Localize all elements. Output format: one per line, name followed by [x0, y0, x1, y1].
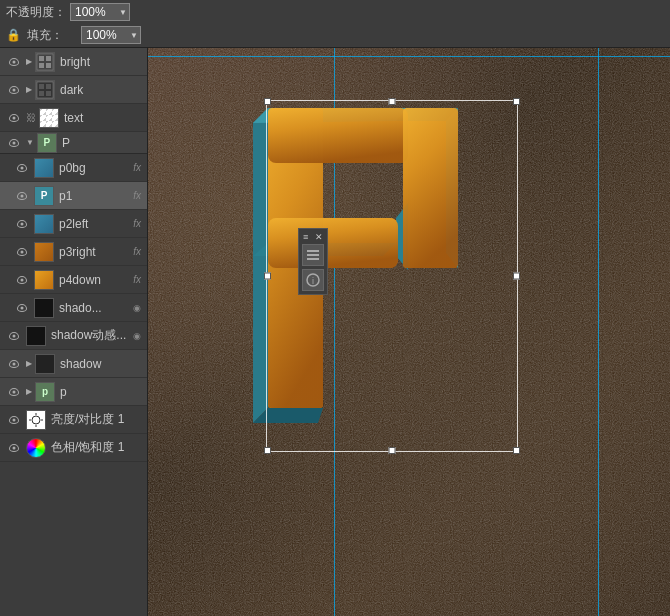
fill-value: 100%: [86, 28, 117, 42]
layer-name-shadow-group: shadow: [60, 357, 141, 371]
layer-p1[interactable]: P p1 fx: [0, 182, 147, 210]
layer-p-plain[interactable]: ▶ p p: [0, 378, 147, 406]
eye-indicator2: ◉: [133, 331, 141, 341]
thumb-p0bg: [34, 158, 54, 178]
fx-p2left: fx: [133, 218, 141, 229]
svg-rect-6: [39, 84, 44, 89]
layer-shadow-group[interactable]: ▶ shadow: [0, 350, 147, 378]
fx-p3right: fx: [133, 246, 141, 257]
triangle-shadow: ▶: [26, 359, 32, 368]
layer-p3right[interactable]: p3right fx: [0, 238, 147, 266]
eye-icon-p-plain[interactable]: [6, 384, 22, 400]
eye-indicator: ◉: [133, 303, 141, 313]
layer-p4down[interactable]: p4down fx: [0, 266, 147, 294]
thumb-shadow-thumb: [34, 298, 54, 318]
thumb-shadow-dong: [26, 326, 46, 346]
thumb-p-plain: p: [35, 382, 55, 402]
triangle-P: ▼: [26, 138, 34, 147]
svg-rect-31: [307, 250, 319, 252]
fx-p0bg: fx: [133, 162, 141, 173]
opacity-arrow: ▼: [119, 8, 127, 17]
layer-P-folder[interactable]: ▼ P P: [0, 132, 147, 154]
thumb-p3right: [34, 242, 54, 262]
layer-text[interactable]: ⛓ text: [0, 104, 147, 132]
layer-name-p0bg: p0bg: [59, 161, 131, 175]
svg-point-10: [32, 416, 40, 424]
layer-name-dark: dark: [60, 83, 141, 97]
layer-brightness[interactable]: 亮度/对比度 1: [0, 406, 147, 434]
opacity-label: 不透明度：: [6, 4, 66, 21]
fill-input[interactable]: 100% ▼: [81, 26, 141, 44]
top-toolbar: 不透明度： 100% ▼ 🔒 填充： 100% ▼: [0, 0, 670, 48]
thumb-P: P: [37, 133, 57, 153]
layer-dark[interactable]: ▶ dark: [0, 76, 147, 104]
triangle-bright: ▶: [26, 57, 32, 66]
triangle-dark: ▶: [26, 85, 32, 94]
opacity-value: 100%: [75, 5, 106, 19]
svg-rect-2: [46, 56, 51, 61]
eye-icon-p1[interactable]: [14, 188, 30, 204]
guide-horizontal-1: [148, 56, 670, 57]
svg-rect-9: [46, 91, 51, 96]
layer-hue-sat[interactable]: 色相/饱和度 1: [0, 434, 147, 462]
svg-rect-30: [403, 108, 458, 268]
opacity-input[interactable]: 100% ▼: [70, 3, 130, 21]
eye-icon-P[interactable]: [6, 135, 22, 151]
opacity-row: 不透明度： 100% ▼: [0, 1, 670, 24]
layer-name-text: text: [64, 111, 141, 125]
layer-name-p1: p1: [59, 189, 131, 203]
mini-panel-close[interactable]: ✕: [315, 232, 323, 242]
thumb-p1: P: [34, 186, 54, 206]
layer-shadow-dong[interactable]: shadow动感... ◉: [0, 322, 147, 350]
eye-icon-bright[interactable]: [6, 54, 22, 70]
svg-rect-4: [46, 63, 51, 68]
eye-icon-brightness[interactable]: [6, 412, 22, 428]
eye-icon-hue-sat[interactable]: [6, 440, 22, 456]
layer-name-bright: bright: [60, 55, 141, 69]
layer-name-p3right: p3right: [59, 245, 131, 259]
fx-p4down: fx: [133, 274, 141, 285]
thumb-brightness: [26, 410, 46, 430]
letter-p-svg: [248, 88, 528, 468]
mini-panel-move[interactable]: ≡: [303, 232, 308, 242]
eye-icon-text[interactable]: [6, 110, 22, 126]
eye-icon-shadow-dong[interactable]: [6, 328, 22, 344]
thumb-text: [39, 108, 59, 128]
canvas-area: ≡ ✕ i: [148, 48, 670, 616]
layer-name-p-plain: p: [60, 385, 141, 399]
thumb-bright: [35, 52, 55, 72]
fx-p1: fx: [133, 190, 141, 201]
layer-name-p2left: p2left: [59, 217, 131, 231]
eye-icon-shadow-group[interactable]: [6, 356, 22, 372]
thumb-dark: [35, 80, 55, 100]
layer-name-hue-sat: 色相/饱和度 1: [51, 439, 141, 456]
eye-icon-p2left[interactable]: [14, 216, 30, 232]
svg-rect-33: [307, 258, 319, 260]
svg-rect-29: [268, 218, 398, 268]
letter-p-display: [248, 88, 528, 471]
svg-marker-20: [253, 108, 268, 423]
layers-panel: ▶ bright ▶ dark ⛓ text ▼ P P: [0, 48, 148, 616]
lock-icon: 🔒: [6, 28, 21, 42]
layer-shadow-thumb[interactable]: shado... ◉: [0, 294, 147, 322]
guide-vertical-2: [598, 48, 599, 616]
fill-row: 🔒 填充： 100% ▼: [0, 24, 670, 47]
eye-icon-shadow-thumb[interactable]: [14, 300, 30, 316]
eye-icon-p4down[interactable]: [14, 272, 30, 288]
layer-name-P: P: [62, 136, 141, 150]
layer-name-shadow-dong: shadow动感...: [51, 327, 131, 344]
svg-rect-32: [307, 254, 319, 256]
layer-p2left[interactable]: p2left fx: [0, 210, 147, 238]
layer-p0bg[interactable]: p0bg fx: [0, 154, 147, 182]
triangle-p-plain: ▶: [26, 387, 32, 396]
mini-panel: ≡ ✕ i: [298, 228, 328, 295]
svg-rect-1: [39, 56, 44, 61]
eye-icon-dark[interactable]: [6, 82, 22, 98]
mini-btn-layers[interactable]: [302, 244, 324, 266]
mini-btn-info[interactable]: i: [302, 269, 324, 291]
eye-icon-p0bg[interactable]: [14, 160, 30, 176]
layer-bright[interactable]: ▶ bright: [0, 48, 147, 76]
eye-icon-p3right[interactable]: [14, 244, 30, 260]
thumb-p2left: [34, 214, 54, 234]
svg-rect-7: [46, 84, 51, 89]
